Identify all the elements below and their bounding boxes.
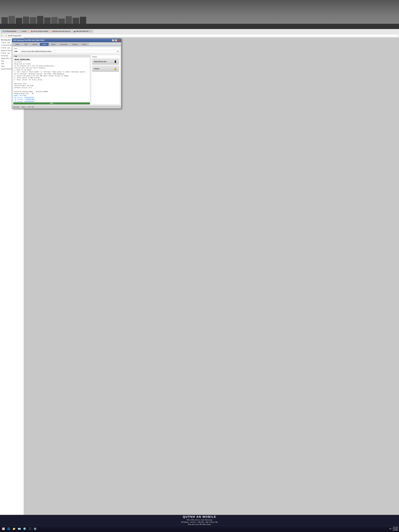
address-favicon: 🔒 bbox=[5, 35, 7, 36]
tab-cf-close[interactable]: × bbox=[16, 31, 17, 32]
z3x-tab-bar: Model Flash Backup Unlock Repair Downloa… bbox=[12, 42, 121, 46]
browser-tabbar: 🌐 CF-Root Download × 🔍 search × 🍎 Liên h… bbox=[0, 29, 399, 34]
tab-history[interactable]: History bbox=[80, 43, 89, 46]
minimize-button[interactable]: _ bbox=[112, 39, 114, 41]
log-out-8: CSC version: J730FNEE1AQF2 bbox=[14, 99, 89, 101]
tab-settings[interactable]: Settings bbox=[70, 43, 80, 46]
tab-backup[interactable]: Backup bbox=[30, 43, 40, 46]
instr-line-4: 1. Power on the phone. bbox=[14, 69, 89, 71]
tab-downloads[interactable]: Downloads bbox=[58, 43, 70, 46]
close-button[interactable]: ✕ bbox=[118, 39, 120, 41]
address-bar[interactable]: 🔒 tab 805 lknguyenthai bbox=[4, 34, 398, 37]
z3x-main: Log UNLOCK INSTRUCTIONS: To unlock: Phon… bbox=[13, 55, 120, 105]
unlock-label: Unlock bbox=[94, 68, 99, 70]
taskbar-mail[interactable]: 📧 bbox=[17, 526, 22, 531]
z3x-titlebar: Z3X Samsung Tool PRO v29.2 [SM-J730F] _ … bbox=[12, 38, 121, 42]
instr-line-9: 5. Press 'Unlock' for direct unlock. bbox=[14, 79, 89, 81]
unlock-icon: 🔓 bbox=[114, 67, 117, 71]
status-code: 00**-**69 bbox=[28, 106, 34, 108]
tab-camung-close[interactable]: × bbox=[91, 31, 92, 32]
sidebar-label-2: m Tùng mình bán E bbox=[1, 44, 13, 46]
log-content: UNLOCK INSTRUCTIONS: To unlock: Phone mu… bbox=[13, 57, 90, 102]
adb-label: ADB bbox=[14, 51, 19, 52]
taskbar-browser[interactable]: 🌍 bbox=[22, 526, 27, 531]
adb-select[interactable]: Unknown model offline ADBSN:5200c8e9ecc8… bbox=[20, 50, 119, 53]
taskbar-date: Thursday bbox=[393, 528, 398, 530]
tab-flash[interactable]: Flash bbox=[22, 43, 30, 46]
browser-content: Nha Trang club h Trả lời · 1 giờ m Tùng … bbox=[0, 38, 399, 530]
z3x-statusbar: SM-J730F Tasks: 0 00**-**69 bbox=[12, 106, 121, 108]
z3x-title: Z3X Samsung Tool PRO v29.2 [SM-J730F] bbox=[13, 39, 44, 41]
z3x-body: Port ADB Unknown model offline ADBSN:520… bbox=[12, 46, 121, 106]
log-out-1: Selected model: SM-J730F bbox=[14, 85, 89, 87]
tab-list: 🌐 CF-Root Download × 🔍 search × 🍎 Liên h… bbox=[1, 30, 398, 33]
browser-container: 🌐 CF-Root Download × 🔍 search × 🍎 Liên h… bbox=[0, 29, 399, 532]
read-phone-info-icon: 📱 bbox=[114, 60, 117, 63]
tab-search-label: search bbox=[22, 31, 26, 32]
titlebar-controls: _ □ ✕ bbox=[112, 39, 120, 41]
tab-cf-favicon: 🌐 bbox=[2, 31, 4, 32]
sidebar-label-3: h Trả lời · 1 giờ bbox=[1, 47, 10, 49]
sidebar-label-1: h Trả lời · 1 giờ bbox=[1, 42, 10, 43]
maximize-button[interactable]: □ bbox=[115, 39, 117, 41]
actions-section: Actions Read Phone Info 📱 Unlock 🔓 bbox=[91, 55, 120, 105]
log-out-7: AP version: J730FXXU1AQF4 bbox=[14, 97, 89, 99]
taskbar-date2: 9/14/201 bbox=[393, 530, 398, 531]
instr-line-6: go to 'Settings'-'Developer options' and… bbox=[14, 73, 89, 75]
log-section: Log UNLOCK INSTRUCTIONS: To unlock: Phon… bbox=[13, 55, 90, 105]
refresh-icon[interactable]: ↻ bbox=[1, 35, 3, 37]
sidebar-label-10: Trang bbox=[1, 66, 5, 67]
tab-search-favicon: 🔍 bbox=[20, 31, 22, 32]
taskbar-ie[interactable]: 🌐 bbox=[6, 526, 11, 531]
tab-epkinh[interactable]: 🍎 Ép kính cảm ứng, thay mà... × bbox=[51, 30, 72, 33]
taskbar-folder[interactable]: 📁 bbox=[12, 526, 16, 531]
tab-model[interactable]: Model bbox=[13, 43, 22, 46]
brand-sub2: Mở Mạng - Unlock - Giải Mã - Nạp Tiếng V… bbox=[181, 521, 218, 523]
log-out-9: CP version: J730FXXU1AQF4 bbox=[14, 101, 89, 102]
phones-shelf bbox=[0, 0, 399, 29]
tab-camung[interactable]: 📷 CAM UNG MASSTEL T... × bbox=[72, 30, 93, 33]
sidebar-nhatrang-label: Nha Trang club bbox=[1, 39, 11, 41]
sidebar-label-5: h Trả lời · 1 giờ bbox=[1, 52, 10, 54]
tab-epkinh-label: Ép kính cảm ứng, thay mà... bbox=[54, 31, 71, 32]
log-out-4: Searching Samsung modem... detected COM1… bbox=[14, 91, 89, 93]
sidebar-label-nguyen: Nguyễn Phúc · M bbox=[1, 58, 11, 59]
unlock-button[interactable]: Unlock 🔓 bbox=[92, 66, 119, 72]
log-header: Log bbox=[13, 55, 90, 57]
taskbar-start[interactable]: 🪟 bbox=[1, 526, 6, 531]
tab-search[interactable]: 🔍 search × bbox=[19, 30, 29, 33]
tab-unlock[interactable]: Unlock bbox=[40, 43, 49, 46]
tab-lienhe-close[interactable]: × bbox=[49, 31, 50, 32]
address-bar-row: ↻ 🔒 tab 805 lknguyenthai bbox=[0, 34, 399, 38]
tab-lienhe-favicon: 🍎 bbox=[31, 31, 32, 32]
log-out-0: Operation: Info bbox=[14, 83, 89, 85]
taskbar-right: EN 5:50 PM Thursday 9/14/201 bbox=[389, 527, 398, 531]
tab-repair[interactable]: Repair bbox=[49, 43, 58, 46]
read-phone-info-button[interactable]: Read Phone Info 📱 bbox=[92, 59, 119, 65]
port-row: ADB Unknown model offline ADBSN:5200c8e9… bbox=[14, 50, 119, 53]
instr-line-0: To unlock: bbox=[14, 61, 89, 63]
status-model: SM-J730F bbox=[13, 106, 19, 108]
taskbar-settings[interactable]: ⚙️ bbox=[33, 526, 38, 531]
tab-camung-favicon: 📷 bbox=[74, 31, 75, 32]
taskbar-time: 5:50 PM bbox=[393, 527, 398, 528]
brand-sub1: Sửa chữa phone, load Samsung bbox=[181, 519, 218, 521]
tab-cf-root[interactable]: 🌐 CF-Root Download × bbox=[1, 30, 19, 33]
left-sidebar: Nha Trang club h Trả lời · 1 giờ m Tùng … bbox=[0, 38, 24, 530]
tab-epkinh-close[interactable]: × bbox=[71, 31, 72, 32]
log-out-5: Reading phone info... OK bbox=[14, 93, 89, 95]
tab-lienhe[interactable]: 🍎 Liên hệ | Quỳnh An Mobil... × bbox=[29, 30, 51, 33]
sidebar-label-6: ết bình luận... bbox=[1, 55, 9, 57]
progress-text: 100% bbox=[13, 102, 90, 104]
sidebar-label-8: 8 giờ bbox=[1, 60, 4, 62]
address-text: tab 805 lknguyenthai bbox=[8, 35, 21, 36]
taskbar-time-block: 5:50 PM Thursday 9/14/201 bbox=[393, 527, 398, 531]
sidebar-label-4: Hoàng Lê Vote zo... bbox=[1, 50, 13, 51]
taskbar-music[interactable]: 🎵 bbox=[27, 526, 32, 531]
tab-search-close[interactable]: × bbox=[27, 31, 28, 32]
actions-header: Actions bbox=[92, 56, 119, 57]
sidebar-label-9: 2016 bbox=[1, 63, 4, 64]
status-tasks: Tasks: 0 bbox=[21, 106, 26, 108]
branding-bar: QUỲNH AN MOBILE Sửa chữa phone, load Sam… bbox=[0, 515, 399, 526]
taskbar-language: EN bbox=[389, 528, 391, 530]
